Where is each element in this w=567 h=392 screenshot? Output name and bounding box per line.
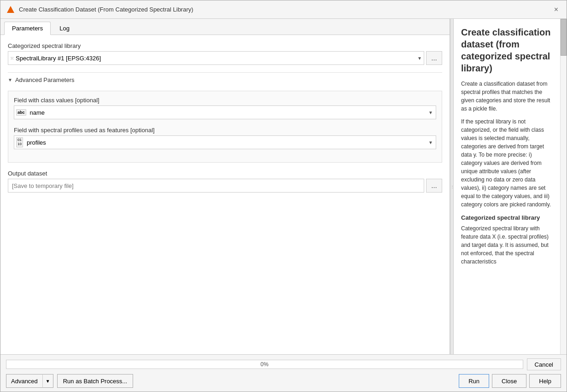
action-right: Run Close Help bbox=[459, 374, 561, 388]
advanced-dropdown-button[interactable]: ▼ bbox=[42, 374, 53, 388]
spectral-library-input-row: ⁙ SpectralLibrary #1 [EPSG:4326] ▼ … bbox=[8, 51, 442, 65]
tab-content-parameters: Categorized spectral library ⁙ SpectralL… bbox=[0, 35, 450, 354]
progress-label: 0% bbox=[6, 361, 523, 368]
help-panel: Create classification dataset (from cate… bbox=[454, 19, 567, 354]
batch-process-button[interactable]: Run as Batch Process... bbox=[57, 374, 133, 388]
spectral-library-select-wrapper: ⁙ SpectralLibrary #1 [EPSG:4326] ▼ bbox=[8, 51, 424, 65]
advanced-section-arrow-icon: ▼ bbox=[8, 77, 12, 82]
help-scrollbar-thumb[interactable] bbox=[561, 19, 567, 56]
advanced-parameters-section-header[interactable]: ▼ Advanced Parameters bbox=[8, 72, 442, 87]
advanced-parameters-label: Advanced Parameters bbox=[15, 76, 75, 83]
main-window: Create Classification Dataset (From Cate… bbox=[0, 0, 567, 392]
main-content: Parameters Log Categorized spectral libr… bbox=[0, 19, 567, 354]
spectral-library-arrow-icon: ▼ bbox=[417, 56, 422, 61]
binary-icon: 01 10 bbox=[16, 137, 23, 147]
field-class-values-label: Field with class values [optional] bbox=[14, 97, 436, 104]
panel-divider[interactable]: ⋮ bbox=[450, 19, 454, 354]
progress-row: 0% Cancel bbox=[6, 358, 561, 370]
app-icon bbox=[6, 5, 15, 14]
title-bar-left: Create Classification Dataset (From Cate… bbox=[6, 5, 193, 14]
help-para-2: If the spectral library is not categoriz… bbox=[461, 117, 553, 209]
field-profiles-select[interactable]: profiles bbox=[25, 139, 434, 146]
advanced-button[interactable]: Advanced bbox=[6, 374, 42, 388]
window-title: Create Classification Dataset (From Cate… bbox=[19, 6, 193, 13]
spectral-library-dots-icon: ⁙ bbox=[10, 56, 14, 61]
help-para-3: Categorized spectral library with featur… bbox=[461, 224, 553, 266]
left-panel: Parameters Log Categorized spectral libr… bbox=[0, 19, 450, 354]
output-dataset-input[interactable] bbox=[8, 179, 424, 193]
field-profiles-label: Field with spectral profiles used as fea… bbox=[14, 127, 436, 134]
output-dataset-browse-button[interactable]: … bbox=[426, 179, 442, 193]
spectral-library-label: Categorized spectral library bbox=[8, 42, 442, 49]
field-class-values-group: Field with class values [optional] abc n… bbox=[14, 97, 436, 119]
bottom-bar: 0% Cancel Advanced ▼ Run as Batch Proces… bbox=[0, 354, 567, 392]
output-dataset-group: Output dataset … bbox=[8, 170, 442, 193]
svg-marker-0 bbox=[7, 6, 14, 13]
help-button[interactable]: Help bbox=[529, 374, 561, 388]
field-class-values-select[interactable]: name bbox=[28, 109, 434, 116]
advanced-parameters-section: Field with class values [optional] abc n… bbox=[8, 91, 442, 163]
cancel-button[interactable]: Cancel bbox=[527, 358, 561, 370]
field-profiles-group: Field with spectral profiles used as fea… bbox=[14, 127, 436, 149]
output-dataset-input-row: … bbox=[8, 179, 442, 193]
tab-parameters[interactable]: Parameters bbox=[4, 22, 51, 35]
action-left: Advanced ▼ Run as Batch Process... bbox=[6, 374, 133, 388]
divider-icon: ⋮ bbox=[450, 185, 454, 189]
abc-icon: abc bbox=[16, 109, 26, 116]
window-close-button[interactable]: × bbox=[551, 5, 561, 15]
spectral-library-select[interactable]: SpectralLibrary #1 [EPSG:4326] bbox=[16, 55, 417, 62]
run-button[interactable]: Run bbox=[459, 374, 489, 388]
spectral-library-browse-button[interactable]: … bbox=[426, 51, 442, 65]
tab-log[interactable]: Log bbox=[52, 22, 77, 35]
help-title: Create classification dataset (from cate… bbox=[461, 26, 553, 74]
help-scrollbar-track[interactable] bbox=[560, 19, 567, 354]
help-para-1: Create a classification dataset from spe… bbox=[461, 80, 553, 113]
spectral-library-group: Categorized spectral library ⁙ SpectralL… bbox=[8, 42, 442, 65]
field-class-arrow-icon: ▼ bbox=[428, 110, 433, 115]
help-sub-title: Categorized spectral library bbox=[461, 213, 553, 222]
field-profiles-arrow-icon: ▼ bbox=[428, 140, 433, 145]
close-button[interactable]: Close bbox=[492, 374, 526, 388]
output-dataset-label: Output dataset bbox=[8, 170, 442, 177]
action-row: Advanced ▼ Run as Batch Process... Run C… bbox=[6, 374, 561, 388]
title-bar: Create Classification Dataset (From Cate… bbox=[0, 0, 567, 19]
tab-bar: Parameters Log bbox=[0, 19, 450, 35]
progress-bar-wrap: 0% bbox=[6, 360, 523, 369]
help-body: Create a classification dataset from spe… bbox=[461, 80, 553, 266]
